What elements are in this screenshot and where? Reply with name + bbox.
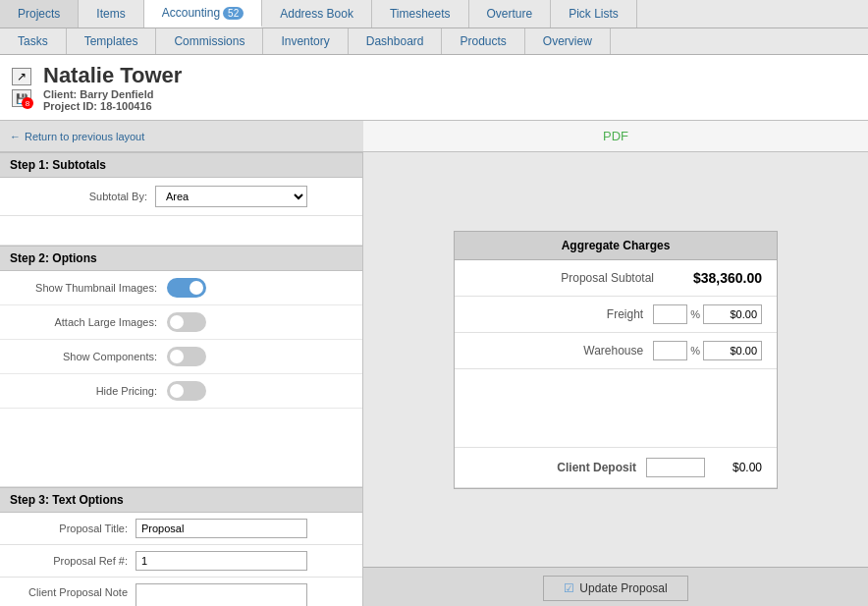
proposal-subtotal-row: Proposal Subtotal $38,360.00 <box>455 260 777 297</box>
left-panel: Step 1: Subtotals Subtotal By: Area Cate… <box>0 152 363 606</box>
proposal-ref-input[interactable] <box>136 551 307 571</box>
proposal-title-input[interactable] <box>136 519 307 538</box>
update-bar: ☑ Update Proposal <box>363 567 868 606</box>
show-components-toggle[interactable] <box>167 347 206 366</box>
proposal-subtotal-value: $38,360.00 <box>674 270 762 286</box>
warehouse-dollar-input[interactable] <box>703 341 762 360</box>
arrow-left-icon: ← <box>10 131 21 142</box>
save-icon[interactable]: 💾 8 <box>12 89 31 107</box>
proposal-title-row: Proposal Title: <box>0 513 362 545</box>
client-note-label: Client Proposal Note <box>10 586 128 598</box>
toggle-slider-2 <box>167 312 206 332</box>
proposal-title-label: Proposal Title: <box>10 523 128 534</box>
client-deposit-row: Client Deposit $0.00 <box>455 448 777 488</box>
warehouse-pct-symbol: % <box>690 345 700 357</box>
freight-row: Freight % <box>455 297 777 333</box>
nav-tab-overture[interactable]: Overture <box>469 0 552 28</box>
freight-dollar-input[interactable] <box>703 304 762 324</box>
project-id-info: Project ID: 18-100416 <box>43 100 182 112</box>
nav-tab-accounting[interactable]: Accounting 52 <box>144 0 263 28</box>
freight-pct-symbol: % <box>690 308 700 320</box>
proposal-ref-row: Proposal Ref #: <box>0 545 362 578</box>
project-title-block: Natalie Tower Client: Barry Denfield Pro… <box>43 63 182 112</box>
subtotal-label: Subtotal By: <box>10 191 147 202</box>
nav-tab-tasks[interactable]: Tasks <box>0 28 67 54</box>
warehouse-row: Warehouse % <box>455 333 777 369</box>
aggregate-title: Aggregate Charges <box>455 232 777 260</box>
checkbox-icon: ☑ <box>564 581 574 595</box>
step1-header: Step 1: Subtotals <box>0 152 362 178</box>
hide-pricing-label: Hide Pricing: <box>10 385 157 397</box>
proposal-ref-label: Proposal Ref #: <box>10 555 128 567</box>
warehouse-label: Warehouse <box>469 344 643 358</box>
client-note-row: Client Proposal Note <box>0 578 362 606</box>
proposal-subtotal-label: Proposal Subtotal <box>469 271 654 285</box>
pdf-bar: PDF <box>363 121 868 152</box>
freight-pct-input[interactable] <box>653 304 687 324</box>
warehouse-pct-input[interactable] <box>653 341 687 360</box>
save-badge: 8 <box>22 97 33 109</box>
toggle-slider-3 <box>167 347 206 366</box>
toggle-slider-4 <box>167 381 206 401</box>
nav-tab-projects[interactable]: Projects <box>0 0 79 28</box>
client-note-textarea[interactable] <box>136 583 307 606</box>
client-info: Client: Barry Denfield <box>43 88 182 100</box>
header: ↗ 💾 8 Natalie Tower Client: Barry Denfie… <box>0 55 868 121</box>
toggle-slider <box>167 278 206 298</box>
nav-tab-products[interactable]: Products <box>442 28 524 54</box>
attach-large-row: Attach Large Images: <box>0 305 362 340</box>
hide-pricing-toggle[interactable] <box>167 381 206 401</box>
nav-tab-addressbook[interactable]: Address Book <box>262 0 372 28</box>
pdf-link[interactable]: PDF <box>603 129 628 143</box>
return-link[interactable]: ← Return to previous layout <box>10 127 144 145</box>
freight-label: Freight <box>469 307 643 321</box>
attach-large-label: Attach Large Images: <box>10 316 157 328</box>
show-components-label: Show Components: <box>10 351 157 362</box>
nav-top: Projects Items Accounting 52 Address Boo… <box>0 0 868 28</box>
nav-tab-templates[interactable]: Templates <box>67 28 157 54</box>
show-components-row: Show Components: <box>0 340 362 374</box>
header-icon-group: ↗ 💾 8 <box>12 68 31 107</box>
attach-large-toggle[interactable] <box>167 312 206 332</box>
external-link-icon[interactable]: ↗ <box>12 68 31 85</box>
nav-tab-dashboard[interactable]: Dashboard <box>349 28 443 54</box>
nav-tab-timesheets[interactable]: Timesheets <box>372 0 469 28</box>
subtotal-select[interactable]: Area Category Room None <box>155 186 307 207</box>
subtotal-row: Subtotal By: Area Category Room None <box>0 178 362 216</box>
client-deposit-input[interactable] <box>646 458 705 477</box>
nav-tab-overview[interactable]: Overview <box>525 28 611 54</box>
aggregate-charges-box: Aggregate Charges Proposal Subtotal $38,… <box>454 231 778 489</box>
nav-tab-picklists[interactable]: Pick Lists <box>551 0 637 28</box>
show-thumbnail-label: Show Thumbnail Images: <box>10 282 157 294</box>
nav-bottom: Tasks Templates Commissions Inventory Da… <box>0 28 868 55</box>
return-bar: ← Return to previous layout <box>0 121 363 152</box>
project-name: Natalie Tower <box>43 63 182 88</box>
nav-tab-commissions[interactable]: Commissions <box>156 28 263 54</box>
nav-tab-inventory[interactable]: Inventory <box>263 28 348 54</box>
client-deposit-label: Client Deposit <box>469 461 636 474</box>
update-proposal-button[interactable]: ☑ Update Proposal <box>543 576 687 601</box>
nav-tab-items[interactable]: Items <box>79 0 143 28</box>
client-deposit-value: $0.00 <box>713 461 762 474</box>
right-panel: Aggregate Charges Proposal Subtotal $38,… <box>363 152 868 606</box>
hide-pricing-row: Hide Pricing: <box>0 374 362 409</box>
show-thumbnail-toggle[interactable] <box>167 278 206 298</box>
accounting-badge: 52 <box>223 7 244 20</box>
step2-header: Step 2: Options <box>0 246 362 271</box>
step3-header: Step 3: Text Options <box>0 487 362 513</box>
show-thumbnail-row: Show Thumbnail Images: <box>0 271 362 305</box>
